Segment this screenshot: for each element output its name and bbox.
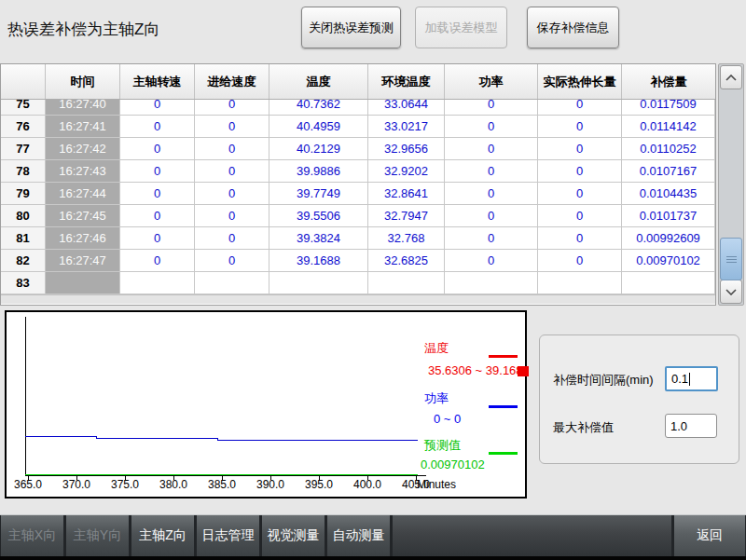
power-cell[interactable]: 0 xyxy=(445,250,538,272)
spindle-speed-cell[interactable]: 0 xyxy=(120,160,195,183)
feed-rate-cell[interactable]: 0 xyxy=(195,116,269,138)
ambient-temperature-cell[interactable]: 32.9656 xyxy=(368,138,445,160)
elongation-cell[interactable]: 0 xyxy=(538,160,622,183)
power-cell[interactable]: 0 xyxy=(445,160,538,183)
compensation-cell[interactable]: 0.0104435 xyxy=(622,183,715,205)
table-row[interactable]: 78 16:27:43 0 0 39.9886 32.9202 0 0 0.01… xyxy=(1,160,715,183)
table-vertical-scrollbar[interactable] xyxy=(718,63,744,306)
ambient-temperature-cell[interactable]: 32.768 xyxy=(368,227,445,250)
table-row[interactable]: 83 xyxy=(1,272,715,294)
spindle-speed-cell[interactable]: 0 xyxy=(120,183,195,205)
close-thermal-prediction-button[interactable]: 关闭热误差预测 xyxy=(301,7,401,48)
compensation-cell[interactable] xyxy=(622,272,715,294)
elongation-cell[interactable]: 0 xyxy=(538,205,622,227)
nav-tab-spindle-z[interactable]: 主轴Z向 xyxy=(131,515,194,556)
compensation-cell[interactable]: 0.0110252 xyxy=(622,138,715,160)
header-ambient-temperature[interactable]: 环境温度 xyxy=(368,64,445,99)
temperature-cell[interactable]: 39.5506 xyxy=(269,205,368,227)
ambient-temperature-cell[interactable] xyxy=(368,272,445,294)
spindle-speed-cell[interactable]: 0 xyxy=(120,250,195,272)
save-compensation-info-button[interactable]: 保存补偿信息 xyxy=(527,7,619,48)
elongation-cell[interactable]: 0 xyxy=(538,100,622,116)
ambient-temperature-cell[interactable]: 32.7947 xyxy=(368,205,445,227)
compensation-cell[interactable]: 0.0114142 xyxy=(622,116,715,138)
compensation-cell[interactable]: 0.0117509 xyxy=(622,100,715,116)
power-cell[interactable] xyxy=(445,272,538,294)
table-row[interactable]: 77 16:27:42 0 0 40.2129 32.9656 0 0 0.01… xyxy=(1,138,715,160)
elongation-cell[interactable]: 0 xyxy=(538,227,622,250)
max-compensation-input[interactable]: 1.0 xyxy=(665,414,717,438)
feed-rate-cell[interactable]: 0 xyxy=(195,205,269,227)
feed-rate-cell[interactable]: 0 xyxy=(195,183,269,205)
elongation-cell[interactable]: 0 xyxy=(538,250,622,272)
interval-input[interactable]: 0.1 xyxy=(665,366,718,391)
spindle-speed-cell[interactable]: 0 xyxy=(120,116,195,138)
header-power[interactable]: 功率 xyxy=(445,64,538,99)
power-cell[interactable]: 0 xyxy=(445,227,538,250)
compensation-cell[interactable]: 0.0107167 xyxy=(622,160,715,183)
temperature-cell[interactable]: 39.9886 xyxy=(269,160,368,183)
compensation-cell[interactable]: 0.00992609 xyxy=(622,227,715,250)
feed-rate-cell[interactable]: 0 xyxy=(195,160,269,183)
table-row[interactable]: 82 16:27:47 0 0 39.1688 32.6825 0 0 0.00… xyxy=(1,250,715,272)
time-cell[interactable]: 16:27:43 xyxy=(46,160,120,183)
time-cell[interactable]: 16:27:41 xyxy=(46,116,120,138)
header-spindle-speed[interactable]: 主轴转速 xyxy=(120,64,195,99)
scroll-up-button[interactable] xyxy=(720,65,742,89)
nav-tab-auto-measure[interactable]: 自动测量 xyxy=(327,515,390,556)
power-cell[interactable]: 0 xyxy=(445,116,538,138)
header-temperature[interactable]: 温度 xyxy=(269,64,368,99)
feed-rate-cell[interactable]: 0 xyxy=(195,227,269,250)
temperature-cell[interactable]: 40.7362 xyxy=(269,100,368,116)
time-cell[interactable]: 16:27:46 xyxy=(46,227,120,250)
scrollbar-thumb[interactable] xyxy=(720,238,742,280)
temperature-cell[interactable]: 39.1688 xyxy=(269,250,368,272)
header-compensation[interactable]: 补偿量 xyxy=(622,64,715,99)
time-cell[interactable] xyxy=(46,272,120,294)
feed-rate-cell[interactable]: 0 xyxy=(195,250,269,272)
feed-rate-cell[interactable]: 0 xyxy=(195,100,269,116)
temperature-cell[interactable]: 40.2129 xyxy=(269,138,368,160)
compensation-cell[interactable]: 0.0101737 xyxy=(622,205,715,227)
time-cell[interactable]: 16:27:47 xyxy=(46,250,120,272)
table-row[interactable]: 75 16:27:40 0 0 40.7362 33.0644 0 0 0.01… xyxy=(1,100,715,116)
elongation-cell[interactable]: 0 xyxy=(538,138,622,160)
ambient-temperature-cell[interactable]: 32.6825 xyxy=(368,250,445,272)
back-button[interactable]: 返回 xyxy=(674,515,745,556)
ambient-temperature-cell[interactable]: 32.9202 xyxy=(368,160,445,183)
power-cell[interactable]: 0 xyxy=(445,100,538,116)
time-cell[interactable]: 16:27:45 xyxy=(46,205,120,227)
table-row[interactable]: 80 16:27:45 0 0 39.5506 32.7947 0 0 0.01… xyxy=(1,205,715,227)
compensation-cell[interactable]: 0.00970102 xyxy=(622,250,715,272)
power-cell[interactable]: 0 xyxy=(445,205,538,227)
ambient-temperature-cell[interactable]: 33.0217 xyxy=(368,116,445,138)
header-feed-rate[interactable]: 进给速度 xyxy=(195,64,269,99)
ambient-temperature-cell[interactable]: 33.0644 xyxy=(368,100,445,116)
time-cell[interactable]: 16:27:40 xyxy=(46,100,120,116)
header-time[interactable]: 时间 xyxy=(46,64,120,99)
table-row[interactable]: 76 16:27:41 0 0 40.4959 33.0217 0 0 0.01… xyxy=(1,116,715,138)
table-horizontal-scrollbar[interactable] xyxy=(1,294,715,304)
temperature-cell[interactable]: 40.4959 xyxy=(269,116,368,138)
elongation-cell[interactable]: 0 xyxy=(538,183,622,205)
elongation-cell[interactable]: 0 xyxy=(538,116,622,138)
power-cell[interactable]: 0 xyxy=(445,183,538,205)
spindle-speed-cell[interactable] xyxy=(120,272,195,294)
spindle-speed-cell[interactable]: 0 xyxy=(120,138,195,160)
header-row-number[interactable] xyxy=(1,64,46,99)
scrollbar-track[interactable] xyxy=(719,90,743,279)
time-cell[interactable]: 16:27:44 xyxy=(46,183,120,205)
temperature-cell[interactable]: 39.3824 xyxy=(269,227,368,250)
feed-rate-cell[interactable]: 0 xyxy=(195,138,269,160)
header-actual-elongation[interactable]: 实际热伸长量 xyxy=(538,64,622,99)
table-row[interactable]: 79 16:27:44 0 0 39.7749 32.8641 0 0 0.01… xyxy=(1,183,715,205)
temperature-cell[interactable]: 39.7749 xyxy=(269,183,368,205)
table-row[interactable]: 81 16:27:46 0 0 39.3824 32.768 0 0 0.009… xyxy=(1,227,715,250)
temperature-cell[interactable] xyxy=(269,272,368,294)
spindle-speed-cell[interactable]: 0 xyxy=(120,100,195,116)
feed-rate-cell[interactable] xyxy=(195,272,269,294)
scroll-down-button[interactable] xyxy=(720,280,742,304)
elongation-cell[interactable] xyxy=(538,272,622,294)
time-cell[interactable]: 16:27:42 xyxy=(46,138,120,160)
spindle-speed-cell[interactable]: 0 xyxy=(120,205,195,227)
